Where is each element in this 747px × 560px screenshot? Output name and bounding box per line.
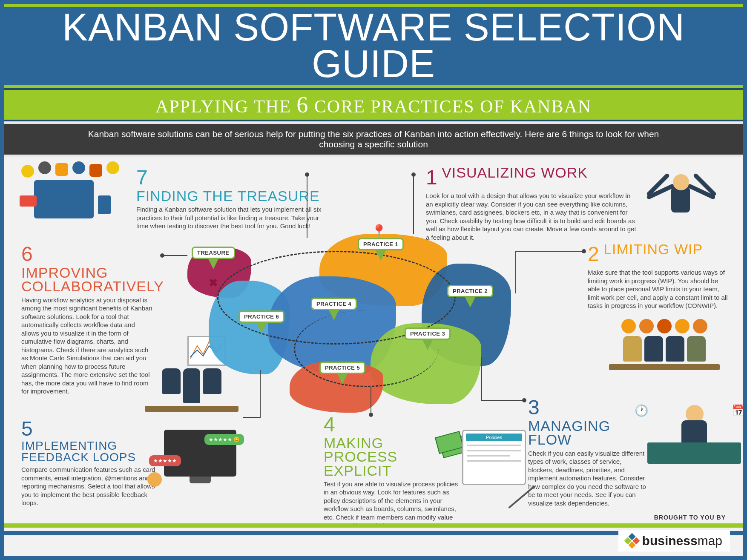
section-5-title: IMPLEMENTING FEEDBACK LOOPS	[21, 440, 162, 463]
section-1-title: VISUALIZING WORK	[442, 166, 588, 179]
connector-6	[162, 255, 187, 256]
connector-dot	[582, 249, 586, 253]
treasure-x-icon: ✖	[209, 276, 218, 290]
connector-dot	[305, 172, 309, 177]
connector-dot	[411, 172, 416, 177]
subtitle: APPLYING THE 6 CORE PRACTICES OF KANBAN	[4, 92, 743, 118]
section-6-number: 6	[21, 242, 33, 266]
pin-label: PRACTICE 4	[311, 298, 357, 310]
connector-dot	[160, 253, 164, 258]
section-1-number: 1	[426, 166, 437, 189]
illustration-multitasker	[647, 166, 720, 238]
connector-2b	[515, 251, 516, 293]
section-2: 2 LIMITING WIP Make sure that the tool s…	[588, 242, 728, 310]
pin-practice-6: PRACTICE 6	[238, 310, 284, 333]
illustration-desk-worker: 🕐 📅	[647, 404, 741, 472]
practice-map: 📍 ✖ PRACTICE 1 PRACTICE 2 PRACTICE 3 PRA…	[183, 238, 507, 417]
connector-3a	[481, 357, 482, 400]
pin-label: PRACTICE 2	[447, 285, 493, 297]
connector-dot	[369, 413, 373, 417]
section-6-title: IMPROVING COLLABORATIVELY	[21, 266, 164, 293]
section-6: 6 IMPROVING COLLABORATIVELY Having workf…	[21, 242, 153, 396]
section-3-number: 3	[528, 396, 540, 419]
content-area: 7 FINDING THE TREASURE Finding a Kanban …	[4, 157, 743, 560]
connector-7	[307, 174, 307, 238]
section-7-title: FINDING THE TREASURE	[136, 189, 320, 203]
pin-label: TREASURE	[192, 247, 235, 259]
section-6-body: Having workflow analytics at your dispos…	[21, 296, 153, 396]
connector-2a	[515, 251, 583, 252]
illustration-policies: Policies	[462, 430, 534, 494]
header: KANBAN SOFTWARE SELECTION GUIDE	[4, 4, 743, 88]
section-5-body: Compare communication features such as c…	[21, 465, 162, 507]
policy-header-label: Policies	[466, 434, 522, 441]
pin-practice-2: PRACTICE 2	[447, 285, 493, 307]
subtitle-six: 6	[296, 92, 309, 118]
section-7: 7 FINDING THE TREASURE Finding a Kanban …	[136, 166, 324, 230]
section-3-body: Check if you can easily visualize differ…	[528, 449, 647, 508]
footer: BROUGHT TO YOU BY businessmap	[4, 523, 743, 556]
brand-logo: businessmap	[618, 530, 730, 551]
intro-blurb: Kanban software solutions can be of seri…	[4, 121, 743, 157]
pin-label: PRACTICE 3	[405, 327, 451, 340]
connector-dot	[522, 398, 526, 402]
subtitle-prefix: APPLYING THE	[155, 97, 296, 116]
illustration-tech-icons	[17, 161, 119, 225]
subtitle-suffix: CORE PRACTICES OF KANBAN	[309, 97, 592, 116]
page-title: KANBAN SOFTWARE SELECTION GUIDE	[4, 9, 743, 82]
brand-mark-icon	[626, 535, 638, 547]
illustration-feedback-monitor: ★★★★★ ★★★★★ 😊	[153, 430, 247, 494]
illustration-team-meeting	[600, 319, 728, 370]
pin-practice-3: PRACTICE 3	[405, 327, 451, 350]
infographic-page: KANBAN SOFTWARE SELECTION GUIDE APPLYING…	[0, 0, 747, 560]
section-7-body: Finding a Kanban software solution that …	[136, 205, 324, 230]
section-2-title: LIMITING WIP	[603, 242, 703, 256]
connector-4	[371, 387, 371, 414]
pin-label: PRACTICE 1	[358, 238, 404, 250]
section-5: 5 IMPLEMENTING FEEDBACK LOOPS Compare co…	[21, 417, 162, 507]
connector-5a	[260, 370, 261, 417]
pin-practice-5: PRACTICE 5	[319, 362, 365, 384]
section-5-number: 5	[21, 417, 33, 440]
map-start-marker-icon: 📍	[371, 224, 388, 240]
connector-1	[413, 174, 414, 234]
section-1-body: Look for a tool with a design that allow…	[426, 192, 639, 241]
section-2-number: 2	[588, 242, 599, 266]
pin-practice-1: PRACTICE 1	[358, 238, 404, 261]
section-2-body: Make sure that the tool supports various…	[588, 268, 728, 310]
brand-text: businessmap	[642, 534, 722, 548]
section-3: 3 MANAGING FLOW Check if you can easily …	[528, 396, 647, 507]
section-4: 4 MAKING PROCESS EXPLICIT Test if you ar…	[324, 413, 460, 530]
pin-treasure: TREASURE	[192, 247, 235, 269]
section-3-title: MANAGING FLOW	[528, 419, 647, 447]
brought-to-you-by: BROUGHT TO YOU BY	[654, 514, 726, 521]
connector-5b	[243, 417, 261, 418]
section-4-body: Test if you are able to visualize proces…	[324, 480, 460, 530]
section-7-number: 7	[136, 166, 148, 189]
pin-label: PRACTICE 6	[238, 310, 284, 323]
section-1: 1 VISUALIZING WORK Look for a tool with …	[426, 166, 639, 241]
connector-3b	[481, 400, 524, 401]
pin-label: PRACTICE 5	[319, 362, 365, 374]
pin-practice-4: PRACTICE 4	[311, 298, 357, 320]
subtitle-band: APPLYING THE 6 CORE PRACTICES OF KANBAN	[4, 88, 743, 121]
